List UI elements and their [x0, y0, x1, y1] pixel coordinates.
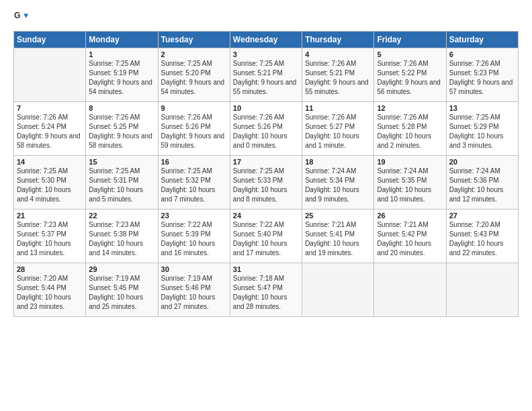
day-number: 10 — [233, 104, 299, 112]
day-cell: 8 Sunrise: 7:26 AMSunset: 5:25 PMDayligh… — [86, 102, 158, 156]
day-info: Sunrise: 7:25 AMSunset: 5:19 PMDaylight:… — [89, 60, 152, 95]
day-number: 5 — [377, 50, 443, 58]
day-cell: 26 Sunrise: 7:21 AMSunset: 5:42 PMDaylig… — [374, 210, 446, 263]
day-cell: 28 Sunrise: 7:20 AMSunset: 5:44 PMDaylig… — [14, 263, 86, 317]
day-number: 31 — [233, 265, 299, 273]
day-cell: 29 Sunrise: 7:19 AMSunset: 5:45 PMDaylig… — [86, 263, 158, 317]
col-header-sunday: Sunday — [14, 32, 86, 48]
day-number: 28 — [17, 265, 83, 273]
day-info: Sunrise: 7:22 AMSunset: 5:39 PMDaylight:… — [161, 221, 216, 257]
day-cell: 2 Sunrise: 7:25 AMSunset: 5:20 PMDayligh… — [158, 48, 230, 102]
day-number: 23 — [161, 212, 227, 220]
day-number: 24 — [233, 212, 299, 220]
week-row-0: 1 Sunrise: 7:25 AMSunset: 5:19 PMDayligh… — [14, 48, 519, 102]
day-number: 9 — [161, 104, 227, 112]
day-cell: 5 Sunrise: 7:26 AMSunset: 5:22 PMDayligh… — [374, 48, 446, 102]
day-number: 30 — [161, 265, 227, 273]
header-row: G — [13, 11, 519, 26]
day-cell: 14 Sunrise: 7:25 AMSunset: 5:30 PMDaylig… — [14, 156, 86, 210]
day-number: 13 — [449, 104, 515, 112]
svg-text:G: G — [14, 11, 20, 20]
day-info: Sunrise: 7:25 AMSunset: 5:32 PMDaylight:… — [161, 167, 216, 203]
col-header-thursday: Thursday — [302, 32, 374, 48]
day-info: Sunrise: 7:26 AMSunset: 5:22 PMDaylight:… — [377, 60, 441, 95]
day-info: Sunrise: 7:19 AMSunset: 5:46 PMDaylight:… — [161, 275, 216, 310]
day-number: 21 — [17, 212, 83, 220]
day-info: Sunrise: 7:26 AMSunset: 5:23 PMDaylight:… — [449, 60, 513, 95]
day-number: 12 — [377, 104, 443, 112]
day-cell: 25 Sunrise: 7:21 AMSunset: 5:41 PMDaylig… — [302, 210, 374, 263]
col-header-saturday: Saturday — [446, 32, 518, 48]
week-row-2: 14 Sunrise: 7:25 AMSunset: 5:30 PMDaylig… — [14, 156, 519, 210]
week-row-1: 7 Sunrise: 7:26 AMSunset: 5:24 PMDayligh… — [14, 102, 519, 156]
day-number: 16 — [161, 158, 227, 166]
day-cell: 16 Sunrise: 7:25 AMSunset: 5:32 PMDaylig… — [158, 156, 230, 210]
day-cell: 4 Sunrise: 7:26 AMSunset: 5:21 PMDayligh… — [302, 48, 374, 102]
day-cell: 22 Sunrise: 7:23 AMSunset: 5:38 PMDaylig… — [86, 210, 158, 263]
day-number: 19 — [377, 158, 443, 166]
day-number: 22 — [89, 212, 154, 220]
day-number: 18 — [305, 158, 371, 166]
day-cell — [14, 48, 86, 102]
calendar-table: SundayMondayTuesdayWednesdayThursdayFrid… — [13, 31, 519, 317]
day-info: Sunrise: 7:25 AMSunset: 5:29 PMDaylight:… — [449, 113, 504, 149]
day-cell: 10 Sunrise: 7:26 AMSunset: 5:26 PMDaylig… — [230, 102, 302, 156]
day-number: 17 — [233, 158, 299, 166]
day-cell: 23 Sunrise: 7:22 AMSunset: 5:39 PMDaylig… — [158, 210, 230, 263]
day-number: 3 — [233, 50, 299, 58]
day-info: Sunrise: 7:26 AMSunset: 5:21 PMDaylight:… — [305, 60, 369, 95]
day-cell: 3 Sunrise: 7:25 AMSunset: 5:21 PMDayligh… — [230, 48, 302, 102]
day-cell: 17 Sunrise: 7:25 AMSunset: 5:33 PMDaylig… — [230, 156, 302, 210]
day-cell: 9 Sunrise: 7:26 AMSunset: 5:26 PMDayligh… — [158, 102, 230, 156]
day-number: 26 — [377, 212, 443, 220]
day-cell — [374, 263, 446, 317]
day-info: Sunrise: 7:26 AMSunset: 5:26 PMDaylight:… — [233, 113, 287, 149]
day-number: 27 — [449, 212, 515, 220]
logo: G — [13, 11, 31, 26]
day-cell: 20 Sunrise: 7:24 AMSunset: 5:36 PMDaylig… — [446, 156, 518, 210]
day-info: Sunrise: 7:18 AMSunset: 5:47 PMDaylight:… — [233, 275, 287, 310]
day-number: 15 — [89, 158, 154, 166]
day-info: Sunrise: 7:19 AMSunset: 5:45 PMDaylight:… — [89, 275, 143, 310]
day-cell: 31 Sunrise: 7:18 AMSunset: 5:47 PMDaylig… — [230, 263, 302, 317]
day-cell: 18 Sunrise: 7:24 AMSunset: 5:34 PMDaylig… — [302, 156, 374, 210]
col-header-tuesday: Tuesday — [158, 32, 230, 48]
day-cell — [446, 263, 518, 317]
main-container: G SundayMondayTuesdayWednesdayThursdayFr… — [0, 0, 532, 324]
day-info: Sunrise: 7:25 AMSunset: 5:20 PMDaylight:… — [161, 60, 225, 95]
day-number: 4 — [305, 50, 371, 58]
day-info: Sunrise: 7:26 AMSunset: 5:24 PMDaylight:… — [17, 113, 81, 149]
col-header-friday: Friday — [374, 32, 446, 48]
svg-marker-1 — [24, 13, 28, 18]
day-number: 6 — [449, 50, 515, 58]
header-row-days: SundayMondayTuesdayWednesdayThursdayFrid… — [14, 32, 519, 48]
day-info: Sunrise: 7:20 AMSunset: 5:44 PMDaylight:… — [17, 275, 71, 310]
day-info: Sunrise: 7:26 AMSunset: 5:26 PMDaylight:… — [161, 113, 225, 149]
day-info: Sunrise: 7:26 AMSunset: 5:27 PMDaylight:… — [305, 113, 359, 149]
day-info: Sunrise: 7:25 AMSunset: 5:21 PMDaylight:… — [233, 60, 297, 95]
day-cell: 19 Sunrise: 7:24 AMSunset: 5:35 PMDaylig… — [374, 156, 446, 210]
col-header-monday: Monday — [86, 32, 158, 48]
day-info: Sunrise: 7:25 AMSunset: 5:30 PMDaylight:… — [17, 167, 71, 203]
logo-icon: G — [13, 11, 28, 26]
day-cell — [302, 263, 374, 317]
day-number: 7 — [17, 104, 83, 112]
day-info: Sunrise: 7:21 AMSunset: 5:41 PMDaylight:… — [305, 221, 359, 257]
day-info: Sunrise: 7:25 AMSunset: 5:33 PMDaylight:… — [233, 167, 287, 203]
day-number: 8 — [89, 104, 154, 112]
day-cell: 13 Sunrise: 7:25 AMSunset: 5:29 PMDaylig… — [446, 102, 518, 156]
day-info: Sunrise: 7:20 AMSunset: 5:43 PMDaylight:… — [449, 221, 504, 257]
week-row-3: 21 Sunrise: 7:23 AMSunset: 5:37 PMDaylig… — [14, 210, 519, 263]
day-number: 2 — [161, 50, 227, 58]
day-number: 1 — [89, 50, 154, 58]
day-cell: 12 Sunrise: 7:26 AMSunset: 5:28 PMDaylig… — [374, 102, 446, 156]
day-cell: 11 Sunrise: 7:26 AMSunset: 5:27 PMDaylig… — [302, 102, 374, 156]
day-cell: 24 Sunrise: 7:22 AMSunset: 5:40 PMDaylig… — [230, 210, 302, 263]
day-cell: 15 Sunrise: 7:25 AMSunset: 5:31 PMDaylig… — [86, 156, 158, 210]
day-number: 11 — [305, 104, 371, 112]
day-info: Sunrise: 7:24 AMSunset: 5:36 PMDaylight:… — [449, 167, 504, 203]
week-row-4: 28 Sunrise: 7:20 AMSunset: 5:44 PMDaylig… — [14, 263, 519, 317]
day-cell: 30 Sunrise: 7:19 AMSunset: 5:46 PMDaylig… — [158, 263, 230, 317]
day-info: Sunrise: 7:24 AMSunset: 5:34 PMDaylight:… — [305, 167, 359, 203]
day-info: Sunrise: 7:26 AMSunset: 5:25 PMDaylight:… — [89, 113, 152, 149]
